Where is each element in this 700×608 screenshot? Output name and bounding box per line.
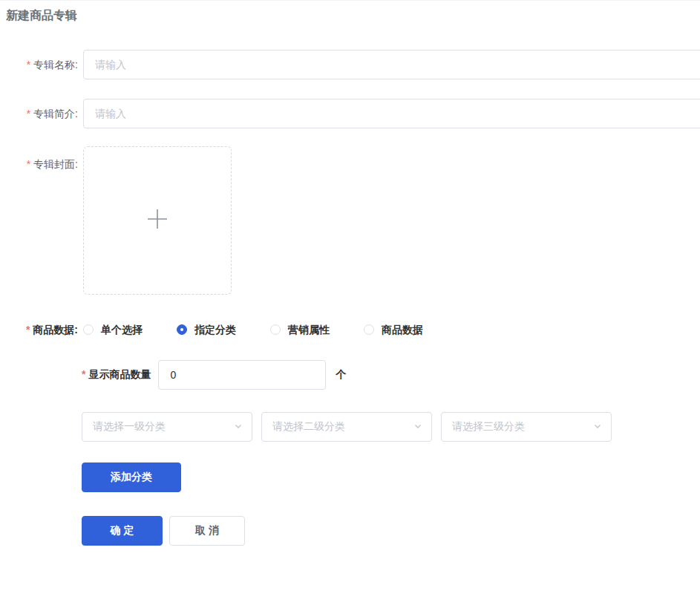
cover-upload-box[interactable] [83,146,232,295]
radio-option-specified-category[interactable]: 指定分类 [177,322,236,337]
product-data-label: *商品数据: [0,322,83,337]
confirm-button[interactable]: 确 定 [82,516,163,546]
required-asterisk: * [82,368,85,380]
display-count-row: *显示商品数量 个 [82,360,700,390]
category-config-section: *显示商品数量 个 请选择一级分类 请选择二级分类 请选择三级分类 添加分类 [82,360,700,546]
category-selects-row: 请选择一级分类 请选择二级分类 请选择三级分类 [82,412,700,442]
radio-option-single-select[interactable]: 单个选择 [83,322,143,337]
select-placeholder: 请选择一级分类 [93,420,166,434]
radio-icon [177,324,187,335]
level2-category-select[interactable]: 请选择二级分类 [261,412,432,442]
radio-option-label: 营销属性 [288,322,330,337]
add-category-button[interactable]: 添加分类 [82,462,181,492]
level3-category-select[interactable]: 请选择三级分类 [441,412,612,442]
level1-category-select[interactable]: 请选择一级分类 [82,412,252,442]
album-intro-row: *专辑简介: [0,99,700,128]
album-cover-row: *专辑封面: [0,146,700,295]
radio-option-label: 单个选择 [101,322,143,337]
radio-option-label: 商品数据 [382,322,423,337]
chevron-down-icon [413,420,422,434]
product-data-radio-group: 单个选择 指定分类 营销属性 商品数据 [83,322,423,337]
radio-icon [364,324,374,335]
radio-icon [270,324,281,335]
radio-option-marketing-attribute[interactable]: 营销属性 [270,322,330,337]
chevron-down-icon [234,420,243,434]
form-actions-row: 确 定 取 消 [82,516,700,546]
display-count-label: *显示商品数量 [82,368,151,382]
album-name-row: *专辑名称: [0,50,700,79]
required-asterisk: * [26,324,30,336]
count-unit-label: 个 [336,368,346,382]
radio-option-label: 指定分类 [194,322,236,337]
plus-icon [146,208,169,233]
chevron-down-icon [593,420,602,434]
required-asterisk: * [27,158,30,170]
required-asterisk: * [27,108,30,120]
album-intro-label: *专辑简介: [0,106,83,121]
page-title: 新建商品专辑 [6,7,700,24]
album-name-input[interactable] [83,50,700,79]
select-placeholder: 请选择三级分类 [452,420,525,434]
album-name-label: *专辑名称: [0,57,83,72]
radio-icon [83,324,94,335]
select-placeholder: 请选择二级分类 [272,420,345,434]
radio-option-product-data[interactable]: 商品数据 [364,322,423,337]
cancel-button[interactable]: 取 消 [169,516,245,546]
album-cover-label: *专辑封面: [0,146,83,171]
display-count-input[interactable] [158,360,326,390]
add-category-row: 添加分类 [82,462,700,492]
required-asterisk: * [27,59,30,71]
product-data-row: *商品数据: 单个选择 指定分类 营销属性 商品数据 [0,322,700,337]
album-intro-input[interactable] [83,99,700,128]
